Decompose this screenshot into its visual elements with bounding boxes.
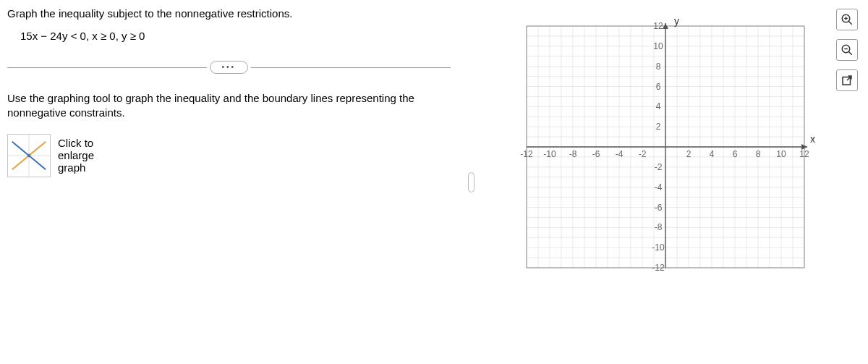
- instruction-text: Use the graphing tool to graph the inequ…: [7, 91, 451, 121]
- svg-text:-8: -8: [655, 222, 663, 232]
- popout-button[interactable]: [836, 69, 858, 91]
- svg-text:6: 6: [656, 82, 661, 92]
- divider-right: [251, 67, 451, 68]
- ellipsis-button[interactable]: •••: [210, 61, 249, 74]
- enlarge-graph-label: Click to enlarge graph: [58, 137, 94, 174]
- svg-line-102: [848, 21, 852, 25]
- svg-text:-2: -2: [639, 149, 647, 159]
- graph-canvas[interactable]: -12-10-8-6-4-224681012-12-10-8-6-4-22468…: [514, 13, 817, 281]
- svg-text:-4: -4: [655, 182, 663, 192]
- svg-text:y: y: [674, 15, 679, 27]
- svg-text:x: x: [810, 133, 815, 145]
- svg-text:4: 4: [710, 149, 715, 159]
- zoom-in-button[interactable]: [836, 9, 858, 30]
- zoom-out-button[interactable]: [836, 39, 858, 61]
- svg-point-4: [27, 153, 30, 156]
- svg-text:-8: -8: [569, 149, 577, 159]
- zoom-out-icon: [841, 43, 854, 56]
- svg-text:-2: -2: [655, 162, 663, 172]
- divider-left: [7, 67, 207, 68]
- svg-text:10: 10: [653, 41, 663, 51]
- svg-text:8: 8: [656, 62, 661, 72]
- svg-text:-10: -10: [652, 242, 665, 253]
- svg-text:-6: -6: [655, 203, 663, 213]
- inequality-expression: 15x − 24y < 0, x ≥ 0, y ≥ 0: [20, 30, 451, 42]
- enlarge-graph-button[interactable]: Click to enlarge graph: [7, 134, 130, 177]
- zoom-in-icon: [841, 13, 854, 26]
- question-title: Graph the inequality subject to the nonn…: [7, 7, 451, 20]
- svg-text:4: 4: [656, 101, 661, 111]
- svg-text:-6: -6: [592, 149, 600, 159]
- svg-text:12: 12: [799, 149, 809, 159]
- collapse-row: •••: [7, 61, 451, 74]
- graph-thumbnail-icon: [7, 134, 51, 177]
- svg-text:8: 8: [756, 149, 761, 159]
- svg-text:2: 2: [686, 149, 692, 159]
- svg-line-106: [848, 51, 852, 55]
- svg-text:6: 6: [733, 149, 738, 159]
- svg-text:-10: -10: [543, 149, 556, 159]
- svg-text:2: 2: [656, 122, 661, 132]
- svg-text:-12: -12: [652, 263, 665, 273]
- svg-text:-4: -4: [616, 149, 624, 159]
- svg-text:10: 10: [776, 149, 786, 159]
- svg-text:12: 12: [653, 21, 663, 31]
- popout-icon: [841, 74, 854, 87]
- panel-resizer[interactable]: [465, 0, 478, 364]
- svg-text:-12: -12: [520, 149, 533, 159]
